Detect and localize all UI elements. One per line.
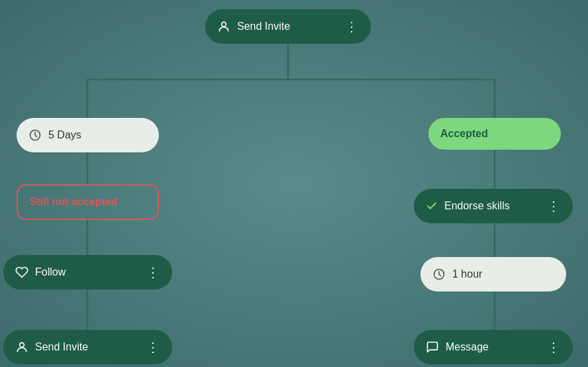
check-icon bbox=[426, 200, 438, 212]
chat-icon bbox=[426, 341, 439, 354]
send-invite-bottom-node[interactable]: Send Invite ⋮ bbox=[3, 330, 172, 364]
five-days-label: 5 Days bbox=[48, 129, 147, 141]
not-accepted-label: Still not accepted bbox=[30, 196, 146, 208]
more-options-follow[interactable]: ⋮ bbox=[146, 264, 160, 280]
send-invite-top-label: Send Invite bbox=[237, 21, 336, 32]
accepted-node: Accepted bbox=[428, 118, 561, 150]
one-hour-node: 1 hour bbox=[420, 257, 566, 291]
more-options-endorse[interactable]: ⋮ bbox=[547, 198, 561, 214]
send-invite-top-node[interactable]: Send Invite ⋮ bbox=[205, 9, 371, 44]
more-options-message[interactable]: ⋮ bbox=[547, 339, 561, 355]
more-options-send-invite-bottom[interactable]: ⋮ bbox=[146, 339, 160, 355]
one-hour-label: 1 hour bbox=[452, 268, 554, 280]
clock-icon-1hour bbox=[432, 268, 446, 281]
svg-point-0 bbox=[222, 22, 226, 26]
clock-icon-5days bbox=[28, 129, 42, 142]
message-label: Message bbox=[446, 341, 538, 353]
more-options-top[interactable]: ⋮ bbox=[345, 19, 359, 34]
person-icon-bottom bbox=[15, 341, 28, 354]
follow-node[interactable]: Follow ⋮ bbox=[3, 255, 172, 289]
send-invite-bottom-label: Send Invite bbox=[35, 341, 137, 353]
svg-point-2 bbox=[20, 342, 24, 347]
accepted-label: Accepted bbox=[440, 128, 549, 140]
endorse-skills-label: Endorse skills bbox=[444, 200, 538, 212]
message-node[interactable]: Message ⋮ bbox=[414, 330, 573, 364]
not-accepted-node: Still not accepted bbox=[17, 184, 159, 220]
heart-icon bbox=[15, 266, 28, 279]
five-days-node: 5 Days bbox=[17, 118, 159, 152]
endorse-skills-node[interactable]: Endorse skills ⋮ bbox=[414, 189, 573, 223]
person-icon bbox=[217, 20, 230, 33]
follow-label: Follow bbox=[35, 266, 137, 278]
